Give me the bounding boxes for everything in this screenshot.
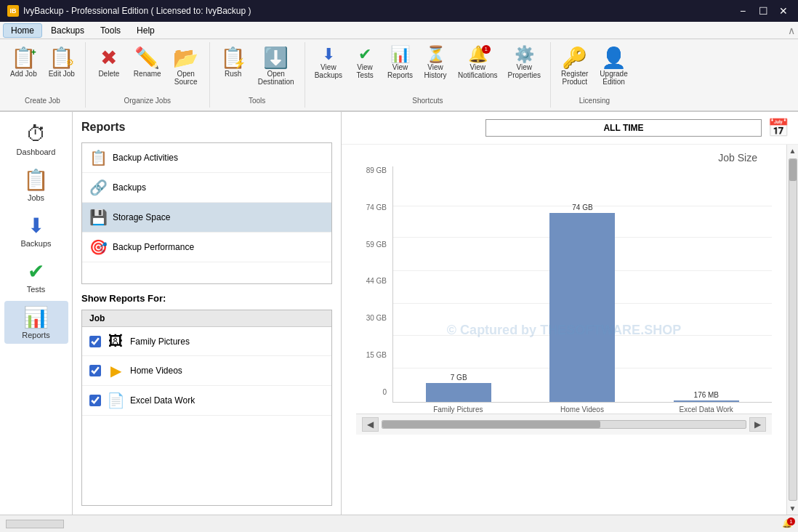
chart-grid: 7 GB 74 GB [392, 166, 772, 403]
window-controls[interactable]: − ☐ ✕ [735, 5, 791, 17]
scroll-left-button[interactable]: ◀ [362, 417, 379, 432]
job-checkbox-family-pictures[interactable] [89, 336, 101, 347]
scroll-track-horizontal[interactable] [382, 420, 746, 429]
bars-row: 7 GB 74 GB [393, 166, 772, 402]
ribbon-collapse-button[interactable]: ∧ [788, 25, 795, 36]
bars-area: 7 GB 74 GB [392, 166, 772, 414]
report-type-storage-space[interactable]: 💾 Storage Space [82, 203, 331, 233]
edit-job-icon: 📋 ⚙ [49, 48, 74, 68]
add-job-button[interactable]: 📋 + Add Job [6, 45, 41, 81]
all-time-button[interactable]: ALL TIME [485, 119, 762, 137]
right-panel: ALL TIME 📅 Job Size © Captured by THESOF… [342, 112, 798, 515]
all-time-label: ALL TIME [603, 123, 643, 133]
tools-group-label: Tools [249, 97, 265, 105]
backups-report-label: Backups [113, 182, 146, 193]
open-destination-icon: ⬇️ [263, 48, 289, 68]
chart-container: Job Size © Captured by THESOFTWARE.SHOP … [342, 145, 786, 515]
job-item-home-videos[interactable]: ▶ Home Videos [82, 356, 331, 386]
scroll-thumb-horizontal [382, 421, 600, 428]
report-type-backup-activities[interactable]: 📋 Backup Activities [82, 143, 331, 173]
add-job-icon: 📋 + [11, 48, 36, 68]
status-notification: 🔔 1 [782, 519, 792, 528]
register-product-button[interactable]: 🔑 RegisterProduct [557, 45, 592, 89]
job-checkbox-home-videos[interactable] [89, 365, 101, 376]
report-type-backup-performance[interactable]: 🎯 Backup Performance [82, 233, 331, 262]
rush-label: Rush [225, 70, 241, 78]
bar-label-home-videos: 74 GB [572, 203, 592, 211]
rename-button[interactable]: ✏️ Rename [129, 45, 166, 81]
close-button[interactable]: ✕ [776, 5, 791, 17]
view-history-button[interactable]: ⏳ ViewHistory [419, 45, 451, 81]
delete-button[interactable]: ✖ Delete [92, 45, 126, 81]
job-item-excel-data-work[interactable]: 📄 Excel Data Work [82, 386, 331, 416]
report-type-list[interactable]: 📋 Backup Activities 🔗 Backups 💾 Storage … [81, 142, 332, 284]
view-tests-button[interactable]: ✔ ViewTests [349, 45, 381, 81]
job-item-family-pictures[interactable]: 🖼 Family Pictures [82, 327, 331, 356]
sidebar-item-jobs[interactable]: 📋 Jobs [4, 164, 68, 206]
title-bar: IB IvyBackup - Professional Edition ( Li… [0, 0, 798, 22]
view-properties-label: ViewProperties [508, 63, 541, 79]
jobs-icon: 📋 [23, 168, 49, 192]
view-history-label: ViewHistory [424, 63, 447, 79]
home-videos-icon: ▶ [107, 362, 124, 379]
view-notifications-icon: 🔔 1 [468, 47, 488, 63]
backups-icon: ⬇ [28, 214, 44, 238]
sidebar-item-backups[interactable]: ⬇ Backups [4, 209, 68, 252]
panel-title: Reports [81, 121, 332, 134]
menu-tools[interactable]: Tools [93, 24, 128, 37]
menu-home[interactable]: Home [3, 23, 42, 38]
backup-performance-icon: 🎯 [89, 238, 107, 256]
backup-performance-label: Backup Performance [113, 242, 194, 252]
backups-report-icon: 🔗 [89, 179, 107, 196]
scroll-thumb-vertical [789, 159, 797, 181]
menu-help[interactable]: Help [129, 24, 162, 37]
rush-button[interactable]: 📋 ⚡ Rush [216, 45, 251, 81]
view-backups-icon: ⬇ [322, 47, 335, 63]
scroll-up-button[interactable]: ▲ [787, 145, 798, 157]
job-checkbox-excel-data-work[interactable] [89, 395, 101, 406]
scroll-track-vertical[interactable] [789, 158, 797, 501]
view-backups-button[interactable]: ⬇ ViewBackups [311, 45, 346, 81]
y-label-30gb: 30 GB [366, 314, 387, 322]
bar-label-excel-data-work: 176 MB [694, 391, 719, 399]
minimize-button[interactable]: − [735, 5, 750, 17]
sidebar-item-reports[interactable]: 📊 Reports [4, 301, 68, 344]
shortcuts-group-label: Shortcuts [412, 97, 443, 105]
upgrade-edition-button[interactable]: 👤 UpgradeEdition [595, 45, 632, 89]
view-properties-button[interactable]: ⚙️ ViewProperties [504, 45, 545, 81]
backup-activities-label: Backup Activities [113, 153, 178, 163]
tests-icon: ✔ [28, 259, 44, 283]
show-reports-for-label: Show Reports For: [81, 293, 332, 304]
report-type-backups[interactable]: 🔗 Backups [82, 173, 331, 203]
open-source-button[interactable]: 📂 OpenSource [169, 45, 203, 89]
view-notifications-button[interactable]: 🔔 1 ViewNotifications [454, 45, 501, 81]
view-tests-icon: ✔ [358, 47, 371, 63]
y-label-44gb: 44 GB [366, 277, 387, 285]
reports-label: Reports [22, 331, 50, 339]
scroll-down-button[interactable]: ▼ [787, 502, 798, 515]
register-product-icon: 🔑 [562, 48, 587, 68]
storage-space-icon: 💾 [89, 209, 107, 226]
jobs-list: Job 🖼 Family Pictures ▶ Home Videos 📄 Ex… [81, 310, 332, 506]
edit-job-label: Edit Job [49, 70, 75, 78]
reports-icon: 📊 [23, 305, 49, 329]
calendar-button[interactable]: 📅 [767, 118, 789, 138]
rename-icon: ✏️ [134, 48, 160, 68]
menu-backups[interactable]: Backups [44, 24, 92, 37]
maximize-button[interactable]: ☐ [756, 5, 770, 17]
open-destination-button[interactable]: ⬇️ OpenDestination [254, 45, 299, 89]
upgrade-edition-icon: 👤 [601, 48, 626, 68]
backups-label: Backups [20, 239, 51, 248]
dashboard-label: Dashboard [17, 148, 56, 156]
edit-job-button[interactable]: 📋 ⚙ Edit Job [44, 45, 79, 81]
view-properties-icon: ⚙️ [515, 47, 534, 63]
vertical-scrollbar: ▲ ▼ [786, 145, 798, 515]
status-progress [6, 520, 64, 528]
bar-home-videos: 74 GB [531, 203, 633, 402]
scroll-right-button[interactable]: ▶ [749, 417, 766, 432]
storage-space-label: Storage Space [113, 212, 170, 222]
sidebar-item-dashboard[interactable]: ⏱ Dashboard [4, 118, 68, 161]
status-bar: 🔔 1 [0, 515, 798, 532]
sidebar-item-tests[interactable]: ✔ Tests [4, 255, 68, 298]
view-reports-button[interactable]: 📊 ViewReports [384, 45, 416, 81]
